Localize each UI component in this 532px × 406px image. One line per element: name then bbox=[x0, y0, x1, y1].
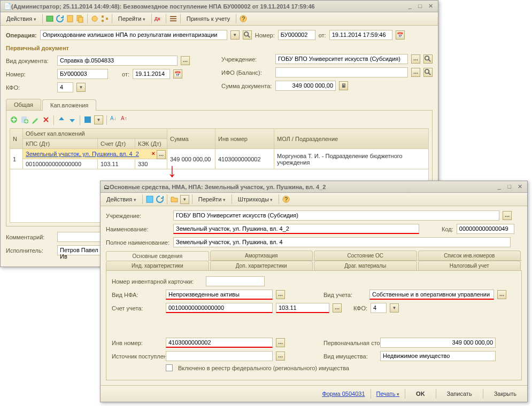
list-icon[interactable] bbox=[169, 14, 178, 23]
col-acct[interactable]: Счет (Дт) bbox=[98, 139, 135, 149]
add2-icon[interactable] bbox=[20, 115, 29, 124]
col-inv[interactable]: Инв номер bbox=[215, 129, 274, 149]
dk-icon[interactable]: Дк bbox=[155, 14, 163, 23]
object-clear-icon[interactable]: × bbox=[152, 150, 155, 157]
date2-field[interactable]: 19.11.2014 bbox=[133, 69, 170, 79]
tab-amort[interactable]: Амортизация bbox=[210, 251, 313, 260]
settings-icon[interactable] bbox=[90, 14, 99, 23]
acct-type-lookup-icon[interactable]: ... bbox=[497, 290, 506, 299]
tab-drag[interactable]: Драг. материалы bbox=[314, 261, 417, 270]
disk-icon[interactable] bbox=[83, 115, 92, 124]
tab-ind[interactable]: Инд. характеристики bbox=[106, 261, 209, 270]
col-mol[interactable]: МОЛ / Подразделение bbox=[274, 129, 429, 149]
doc-type-field[interactable]: Справка ф.0504833 bbox=[57, 56, 178, 66]
cell-object[interactable]: Земельный участок, ул. Пушкина, вл. 4_2 … bbox=[23, 149, 167, 159]
date-field[interactable]: 19.11.2014 17:59:46 bbox=[329, 30, 392, 40]
delete-icon[interactable] bbox=[42, 115, 50, 124]
prop-field[interactable]: Недвижимое имущество bbox=[380, 351, 496, 361]
org2-field[interactable]: ГОБУ ВПО Университет искусств (Субсидия) bbox=[173, 210, 499, 221]
ok-button[interactable]: OK bbox=[411, 389, 430, 398]
col-kek[interactable]: КЭК (Дт) bbox=[135, 139, 167, 149]
edit-icon[interactable] bbox=[31, 115, 40, 124]
comment-field[interactable] bbox=[57, 232, 103, 242]
tree-icon[interactable] bbox=[101, 14, 109, 23]
kfo-field[interactable]: 4 bbox=[57, 82, 73, 92]
tab-dop[interactable]: Доп. характеристики bbox=[210, 261, 313, 270]
disk-dropdown-icon[interactable]: ▼ bbox=[94, 115, 103, 124]
src-field[interactable] bbox=[166, 351, 273, 361]
print-link[interactable]: Печать bbox=[376, 391, 400, 397]
tab-invlist[interactable]: Список инв.номеров bbox=[418, 251, 521, 260]
inv-lookup-icon[interactable]: ... bbox=[276, 338, 285, 347]
accept-button[interactable]: Принять к учету bbox=[183, 14, 234, 23]
sort-desc-icon[interactable]: A↑ bbox=[121, 115, 129, 124]
refresh2-icon[interactable] bbox=[156, 195, 164, 204]
org2-lookup-icon[interactable]: ... bbox=[503, 211, 512, 220]
tab-general[interactable]: Общая bbox=[6, 99, 41, 110]
actions-menu[interactable]: Действия bbox=[3, 14, 40, 23]
titlebar[interactable]: 📄 (Администратор; 25.11.2014 14:49:48): … bbox=[1, 1, 438, 12]
src-lookup-icon[interactable]: ... bbox=[276, 352, 285, 361]
close-button[interactable]: Закрыть bbox=[489, 389, 522, 398]
folder-dropdown-icon[interactable]: ▼ bbox=[180, 195, 189, 204]
sum-field[interactable]: 349 000 000,00 bbox=[275, 81, 336, 91]
table-row[interactable]: 1 Земельный участок, ул. Пушкина, вл. 4_… bbox=[10, 149, 429, 159]
maximize-icon[interactable]: □ bbox=[416, 3, 425, 9]
object-link[interactable]: Земельный участок, ул. Пушкина, вл. 4_2 bbox=[26, 151, 139, 157]
col-object[interactable]: Объект кап.вложений bbox=[23, 129, 167, 139]
col-sum[interactable]: Сумма bbox=[167, 129, 215, 149]
minimize-icon[interactable]: _ bbox=[406, 3, 414, 9]
registry-checkbox[interactable] bbox=[166, 364, 173, 371]
acct-type-field[interactable]: Собственные и в оперативном управлении bbox=[369, 290, 494, 300]
ifo-field[interactable] bbox=[275, 67, 408, 77]
close-icon[interactable]: ✕ bbox=[515, 183, 524, 190]
tab-state[interactable]: Состояние ОС bbox=[314, 251, 417, 260]
fullname-field[interactable]: Земельный участок, ул. Пушкина, вл. 4 bbox=[173, 237, 511, 247]
inv-field[interactable]: 4103000000002 bbox=[166, 338, 273, 348]
calc-icon[interactable]: 🖩 bbox=[339, 81, 348, 90]
num2-field[interactable]: БУ000003 bbox=[57, 69, 108, 79]
org-lookup-icon[interactable]: ... bbox=[411, 54, 420, 64]
org-field[interactable]: ГОБУ ВПО Университет искусств (Субсидия) bbox=[275, 54, 408, 64]
up-icon[interactable] bbox=[57, 115, 66, 124]
code-field[interactable]: 000000000000049 bbox=[457, 224, 514, 234]
tab-main[interactable]: Основные сведения bbox=[106, 251, 209, 261]
help2-icon[interactable]: ? bbox=[282, 195, 290, 204]
col-n[interactable]: N bbox=[10, 129, 23, 149]
doc-type-lookup-icon[interactable]: ... bbox=[181, 56, 190, 65]
help-icon[interactable]: ? bbox=[239, 14, 248, 23]
acct-field1[interactable]: 00100000000000000 bbox=[166, 303, 273, 313]
barcodes-menu[interactable]: Штрихкоды bbox=[235, 195, 276, 204]
exec-field[interactable]: Петров Павел Ив bbox=[57, 245, 103, 255]
down-icon[interactable] bbox=[68, 115, 76, 124]
operation-lookup-icon[interactable] bbox=[243, 30, 252, 40]
doc-icon[interactable] bbox=[66, 14, 74, 23]
refresh-icon[interactable] bbox=[56, 14, 64, 23]
minimize-icon[interactable]: _ bbox=[495, 183, 504, 190]
acct-field2[interactable]: 103.11 bbox=[276, 303, 329, 313]
kfo-dropdown-icon[interactable]: ▼ bbox=[76, 83, 86, 92]
goto2-menu[interactable]: Перейти bbox=[195, 195, 229, 204]
nfa-lookup-icon[interactable]: ... bbox=[276, 290, 285, 299]
card-field[interactable] bbox=[206, 276, 265, 286]
add-icon[interactable] bbox=[10, 115, 18, 124]
save-button[interactable]: Записать bbox=[442, 389, 477, 398]
post-icon[interactable] bbox=[45, 14, 54, 23]
calendar2-icon[interactable]: 📅 bbox=[173, 69, 182, 79]
folder-icon[interactable] bbox=[170, 195, 179, 204]
operation-dropdown-icon[interactable]: ▼ bbox=[230, 30, 240, 40]
form-link[interactable]: Форма 0504031 bbox=[322, 391, 365, 397]
titlebar2[interactable]: 🗂 Основные средства, НМА, НПА: Земельный… bbox=[101, 181, 527, 193]
nfa-field[interactable]: Непроизведенные активы bbox=[166, 290, 273, 300]
ifo-search-icon[interactable] bbox=[423, 68, 433, 77]
tab-tax[interactable]: Налоговый учет bbox=[418, 261, 521, 270]
tab-capital[interactable]: Кап.вложения bbox=[42, 99, 96, 111]
kfo2-dropdown-icon[interactable]: ▼ bbox=[390, 303, 399, 313]
name-field[interactable]: Земельный участок, ул. Пушкина, вл. 4_2 bbox=[173, 224, 419, 234]
object-lookup-icon[interactable]: ... bbox=[157, 150, 166, 159]
acct-lookup-icon[interactable]: ... bbox=[333, 303, 342, 313]
operation-field[interactable]: Оприходование излишков НПА по результата… bbox=[40, 30, 227, 40]
org-search-icon[interactable] bbox=[423, 54, 433, 64]
cost-field[interactable]: 349 000 000,00 bbox=[380, 338, 496, 348]
copy-icon[interactable] bbox=[76, 14, 84, 23]
